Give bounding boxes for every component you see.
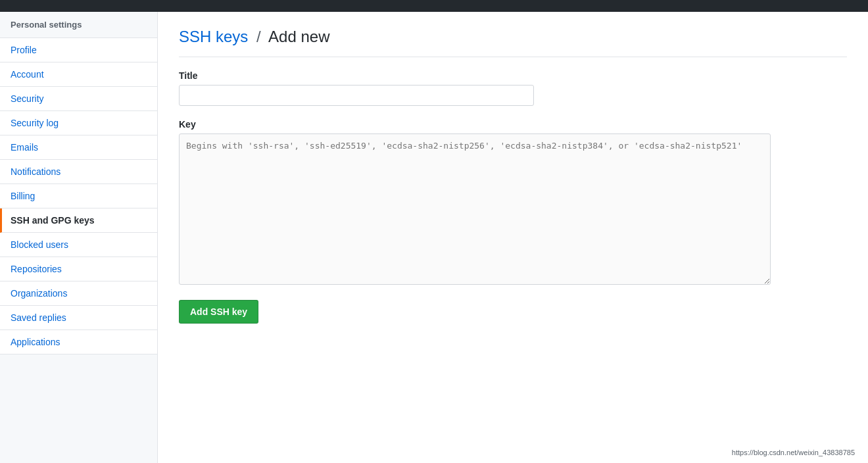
sidebar-header: Personal settings xyxy=(0,12,157,38)
sidebar-item-blocked-users[interactable]: Blocked users xyxy=(0,233,157,257)
sidebar-item-profile[interactable]: Profile xyxy=(0,38,157,62)
title-label: Title xyxy=(179,70,847,81)
sidebar-item-saved-replies[interactable]: Saved replies xyxy=(0,306,157,330)
sidebar-item-ssh-gpg-keys[interactable]: SSH and GPG keys xyxy=(0,208,157,233)
sidebar-item-organizations[interactable]: Organizations xyxy=(0,281,157,306)
sidebar-item-emails[interactable]: Emails xyxy=(0,135,157,160)
key-textarea[interactable] xyxy=(179,134,771,285)
sidebar-item-security-log[interactable]: Security log xyxy=(0,111,157,135)
breadcrumb-current: Add new xyxy=(268,28,329,45)
breadcrumb-separator: / xyxy=(256,28,261,45)
title-form-group: Title xyxy=(179,70,847,106)
sidebar-item-account[interactable]: Account xyxy=(0,62,157,87)
add-ssh-key-button[interactable]: Add SSH key xyxy=(179,300,258,324)
main-content: SSH keys / Add new Title Key Add SSH key xyxy=(158,12,868,463)
title-input[interactable] xyxy=(179,85,534,106)
page-title: SSH keys / Add new xyxy=(179,28,847,57)
sidebar-item-applications[interactable]: Applications xyxy=(0,330,157,354)
ssh-keys-breadcrumb-link[interactable]: SSH keys xyxy=(179,28,248,45)
sidebar-item-billing[interactable]: Billing xyxy=(0,184,157,208)
key-label: Key xyxy=(179,119,847,130)
sidebar-item-repositories[interactable]: Repositories xyxy=(0,257,157,281)
sidebar-item-notifications[interactable]: Notifications xyxy=(0,160,157,184)
sidebar-item-security[interactable]: Security xyxy=(0,87,157,111)
top-navigation-bar xyxy=(0,0,868,12)
sidebar: Personal settings ProfileAccountSecurity… xyxy=(0,12,158,463)
watermark: https://blog.csdn.net/weixin_43838785 xyxy=(732,449,855,456)
key-form-group: Key xyxy=(179,119,847,287)
